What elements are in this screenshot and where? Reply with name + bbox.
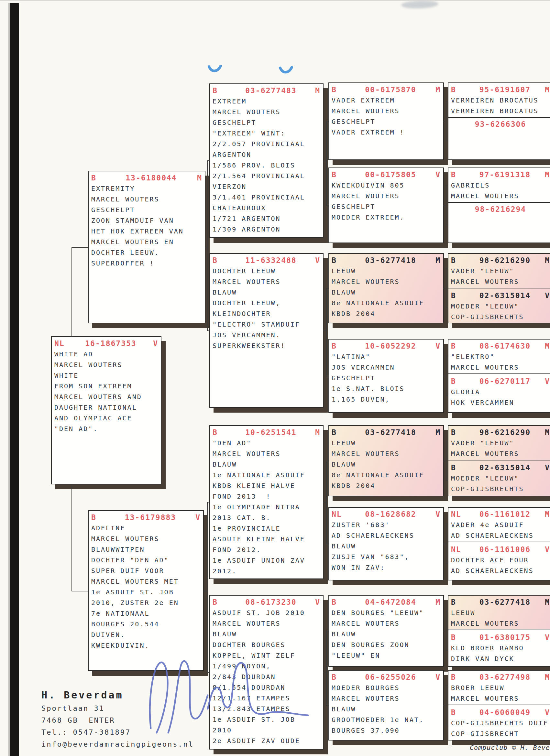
ancestor-section: 93-6266306 bbox=[448, 118, 550, 130]
sex-letter: M bbox=[309, 427, 320, 438]
country-code: B bbox=[451, 462, 471, 473]
pedigree-box-father: B13-6180044MEXTREMITYMARCEL WOUTERSGESCH… bbox=[88, 171, 205, 323]
pedigree-box-great-grandparent-3: B03-6277418MLEEUWMARCEL WOUTERSBLAUW8e N… bbox=[329, 253, 444, 323]
pedigree-text-line: DEN BOURGES "LEEUW" bbox=[329, 608, 443, 618]
connector-line bbox=[207, 160, 208, 331]
pedigree-text-line: DOCHTER BOURGES bbox=[210, 640, 323, 650]
connector-line bbox=[446, 356, 448, 356]
owner-name: H. Beverdam bbox=[41, 688, 194, 702]
connector-line bbox=[71, 484, 72, 591]
pedigree-text-line: MARCEL WOUTERS bbox=[52, 360, 161, 370]
ring-number: 00-6175805 bbox=[352, 169, 430, 180]
connector-line bbox=[326, 205, 329, 206]
connector-line bbox=[446, 480, 448, 481]
sex-letter: V bbox=[309, 597, 320, 608]
sex-letter: V bbox=[430, 340, 441, 351]
pedigree-text-line: VADER 4e ASDUIF bbox=[448, 520, 550, 530]
pedigree-text-line: 1/586 PROV. BLOIS bbox=[210, 160, 323, 171]
pedigree-text-line: 1e ASDUIF UNION ZAV bbox=[210, 555, 323, 566]
pedigree-box-great-grandparent-4: B10-6052292V"LATINA"JOS VERCAMMENGESCHEL… bbox=[329, 339, 444, 413]
pedigree-text-line: BLAUW bbox=[329, 287, 443, 298]
country-code: B bbox=[451, 169, 471, 180]
country-code: B bbox=[451, 340, 471, 351]
sex-letter: V bbox=[539, 290, 550, 301]
pedigree-text-line: DEN BOURGES ZOON bbox=[329, 640, 443, 650]
pedigree-text-line: "DEN AD" bbox=[210, 438, 323, 448]
pedigree-text-line: BLAUW bbox=[210, 287, 323, 298]
pedigree-text-line: 1e S.NAT. BLOIS bbox=[329, 383, 443, 394]
pedigree-text-line: 1e OLYMPIADE NITRA bbox=[210, 502, 323, 513]
sex-letter: M bbox=[539, 169, 550, 180]
pedigree-text-line: BOURGES 37.090 bbox=[329, 725, 443, 736]
pedigree-text-line: FROM SON EXTREEM bbox=[52, 381, 161, 392]
pedigree-text-line: CHATEAUROUX bbox=[210, 203, 323, 213]
connector-line bbox=[323, 502, 327, 503]
owner-contact-block: H. Beverdam Sportlaan 31 7468 GB ENTER T… bbox=[41, 688, 194, 750]
ring-number: 08-6173230 bbox=[232, 597, 309, 608]
pedigree-box-great-grandparent-8: B06-6255026VMOEDER BOURGESMARCEL WOUTERS… bbox=[329, 670, 444, 740]
connector-line bbox=[443, 376, 447, 376]
connector-line bbox=[326, 461, 329, 461]
pedigree-text-line: LEEUW bbox=[329, 266, 443, 276]
owner-address-city: 7468 GB ENTER bbox=[41, 714, 194, 726]
owner-phone: Tel.: 0547-381897 bbox=[41, 726, 194, 738]
pedigree-box-great-grandparent-6: NL08-1628682VZUSTER '683'AD SCHAERLAECKE… bbox=[329, 507, 444, 580]
pedigree-text-line: EXTREMITY bbox=[89, 183, 205, 194]
sex-letter: M bbox=[191, 172, 202, 183]
pedigree-text-line: COP-GIJSBRECHT bbox=[448, 729, 550, 739]
section-divider bbox=[448, 373, 550, 374]
pedigree-text-line: DOCHTER LEEUW bbox=[210, 266, 323, 276]
country-code: B bbox=[451, 376, 471, 387]
section-divider bbox=[448, 630, 550, 630]
connector-line bbox=[443, 461, 447, 461]
pedigree-text-line: ZUSJE VAN "683", bbox=[329, 552, 443, 562]
owner-address-street: Sportlaan 31 bbox=[41, 702, 194, 714]
pedigree-text-line: BLAUW bbox=[329, 541, 443, 552]
ancestor-section: NL06-1161006VDOCHTER ACE FOURAD SCHAERLA… bbox=[448, 543, 550, 576]
ancestor-section: B98-6216290MVADER "LEEUW"MARCEL WOUTERS bbox=[448, 254, 550, 287]
pedigree-text-line: ZUSTER '683' bbox=[329, 520, 443, 530]
section-divider bbox=[448, 542, 550, 542]
pedigree-text-line: WHITE bbox=[52, 370, 161, 381]
pedigree-text-line: 12/1.167 ETAMPES bbox=[210, 693, 323, 704]
ring-number-header: NL06-1161006V bbox=[448, 543, 550, 555]
sex-letter: V bbox=[539, 632, 550, 643]
sex-letter: V bbox=[539, 544, 550, 555]
pedigree-text-line: VADER EXTREEM bbox=[329, 95, 443, 106]
pedigree-box-gg-grandparent-6: NL06-1161012MVADER 4e ASDUIFAD SCHAERLAE… bbox=[448, 507, 550, 580]
section-divider bbox=[448, 288, 550, 288]
pedigree-text-line: SUPERDOFFER ! bbox=[89, 258, 205, 269]
pedigree-text-line: HOK VERCAMMEN bbox=[448, 397, 550, 408]
connector-line bbox=[446, 101, 448, 102]
sex-letter: M bbox=[539, 597, 550, 608]
sex-letter: M bbox=[539, 84, 550, 95]
pedigree-text-line: MARCEL WOUTERS bbox=[448, 618, 550, 629]
sex-letter: M bbox=[539, 340, 550, 351]
compuclub-watermark: Compuclub © H. Beverda bbox=[470, 744, 550, 751]
ancestor-section: B02-6315014VMOEDER "LEEUW"COP-GIJSBRECHT… bbox=[448, 289, 550, 322]
country-code: B bbox=[212, 427, 232, 438]
pedigree-text-line: ASDUIF KLEINE HALVE bbox=[210, 534, 323, 545]
pedigree-text-line: KWEEKDUIVIN 805 bbox=[329, 180, 443, 191]
pedigree-text-line: DIRK VAN DYCK bbox=[448, 653, 550, 664]
ring-number: 97-6191318 bbox=[471, 169, 539, 180]
ring-number: 95-6191607 bbox=[471, 84, 539, 95]
section-divider bbox=[448, 705, 550, 705]
ring-number-header: B06-6255026V bbox=[329, 671, 443, 683]
ancestor-section: B03-6277498MBROER LEEUWMARCEL WOUTERS bbox=[448, 671, 550, 704]
pedigree-text-line: MARCEL WOUTERS bbox=[329, 618, 443, 629]
pedigree-text-line: DOCHTER LEEUW. bbox=[89, 247, 205, 258]
ring-number-header: B13-6180044M bbox=[89, 171, 205, 183]
ancestor-section: B98-6216290MVADER "LEEUW"MARCEL WOUTERS bbox=[448, 426, 550, 459]
connector-line bbox=[71, 247, 88, 248]
pedigree-text-line: 1/309 ARGENTON bbox=[210, 224, 323, 235]
connector-line bbox=[326, 121, 327, 206]
pedigree-box-grandparent-4: B08-6173230VASDUIF ST. JOB 2010MARCEL WO… bbox=[209, 595, 324, 750]
ring-number-centered: 93-6266306 bbox=[448, 118, 550, 130]
connector-line bbox=[446, 225, 448, 225]
pedigree-box-great-grandparent-1: B00-6175870MVADER EXTREEMMARCEL WOUTERSG… bbox=[329, 82, 444, 160]
pedigree-text-line: KOPPEL, WINT ZELF bbox=[210, 650, 323, 661]
pedigree-text-line: GABRIELS bbox=[448, 180, 550, 191]
pedigree-text-line: COP-GIJSBRECHTS DUIF bbox=[448, 718, 550, 729]
pedigree-text-line: 8e NATIONALE ASDUIF bbox=[329, 298, 443, 308]
